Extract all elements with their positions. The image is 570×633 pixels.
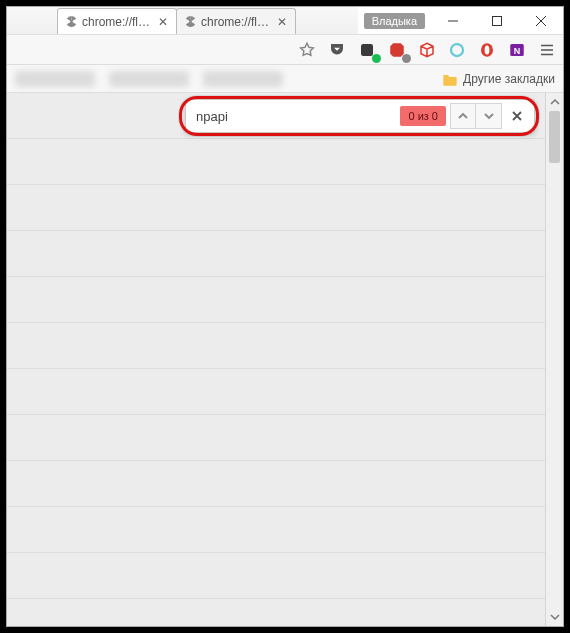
tab-title: chrome://fla…: [82, 15, 152, 29]
adblock-icon[interactable]: [387, 40, 407, 60]
circle-icon[interactable]: [447, 40, 467, 60]
close-icon: [511, 110, 523, 122]
list-item: [7, 323, 545, 369]
close-button[interactable]: [519, 7, 563, 35]
chevron-down-icon: [483, 110, 495, 122]
tab-strip: chrome://fla… ✕ chrome://fla… ✕: [7, 7, 358, 34]
radioactive-icon: [183, 15, 197, 29]
bookmarks-bar: Другие закладки: [7, 65, 563, 93]
list-item: [7, 415, 545, 461]
star-icon[interactable]: [297, 40, 317, 60]
page-content: 0 из 0: [7, 93, 563, 626]
folder-icon: [442, 72, 458, 86]
list-rows: [7, 93, 545, 626]
other-bookmarks-folder[interactable]: Другие закладки: [442, 72, 555, 86]
window-controls: [431, 7, 563, 34]
find-prev-button[interactable]: [450, 103, 476, 129]
list-item: [7, 507, 545, 553]
list-item: [7, 461, 545, 507]
bookmarks-blurred: [15, 71, 436, 87]
browser-window: chrome://fla… ✕ chrome://fla… ✕ Владыка: [6, 6, 564, 627]
cube-icon[interactable]: [417, 40, 437, 60]
svg-marker-4: [390, 43, 404, 57]
tab[interactable]: chrome://fla… ✕: [57, 8, 177, 34]
scroll-up-icon[interactable]: [546, 93, 563, 111]
tab-title: chrome://fla…: [201, 15, 271, 29]
list-item: [7, 139, 545, 185]
badge-icon: [372, 54, 381, 63]
find-close-button[interactable]: [504, 103, 530, 129]
pocket-icon[interactable]: [327, 40, 347, 60]
find-input[interactable]: [190, 105, 400, 128]
onenote-icon[interactable]: N: [507, 40, 527, 60]
profile-badge[interactable]: Владыка: [364, 13, 425, 29]
tab[interactable]: chrome://fla… ✕: [176, 8, 296, 34]
svg-text:N: N: [514, 45, 521, 55]
opera-icon[interactable]: [477, 40, 497, 60]
svg-point-5: [451, 44, 463, 56]
svg-point-1: [189, 20, 191, 22]
list-item: [7, 231, 545, 277]
maximize-button[interactable]: [475, 7, 519, 35]
toolbar: N: [7, 35, 563, 65]
list-item: [7, 185, 545, 231]
close-icon[interactable]: ✕: [275, 15, 289, 29]
title-bar: chrome://fla… ✕ chrome://fla… ✕ Владыка: [7, 7, 563, 35]
svg-point-7: [485, 45, 490, 54]
scroll-down-icon[interactable]: [546, 608, 563, 626]
find-next-button[interactable]: [476, 103, 502, 129]
radioactive-icon: [64, 15, 78, 29]
scroll-thumb[interactable]: [549, 111, 560, 163]
extension-icon[interactable]: [357, 40, 377, 60]
other-bookmarks-label: Другие закладки: [463, 72, 555, 86]
svg-rect-2: [493, 17, 502, 26]
find-result-count: 0 из 0: [400, 106, 446, 126]
badge-icon: [402, 54, 411, 63]
minimize-button[interactable]: [431, 7, 475, 35]
list-item: [7, 369, 545, 415]
list-item: [7, 553, 545, 599]
svg-point-0: [70, 20, 72, 22]
chevron-up-icon: [457, 110, 469, 122]
svg-rect-3: [361, 44, 373, 56]
find-in-page-bar: 0 из 0: [185, 99, 535, 133]
vertical-scrollbar[interactable]: [545, 93, 563, 626]
list-item: [7, 277, 545, 323]
menu-icon[interactable]: [537, 40, 557, 60]
close-icon[interactable]: ✕: [156, 15, 170, 29]
